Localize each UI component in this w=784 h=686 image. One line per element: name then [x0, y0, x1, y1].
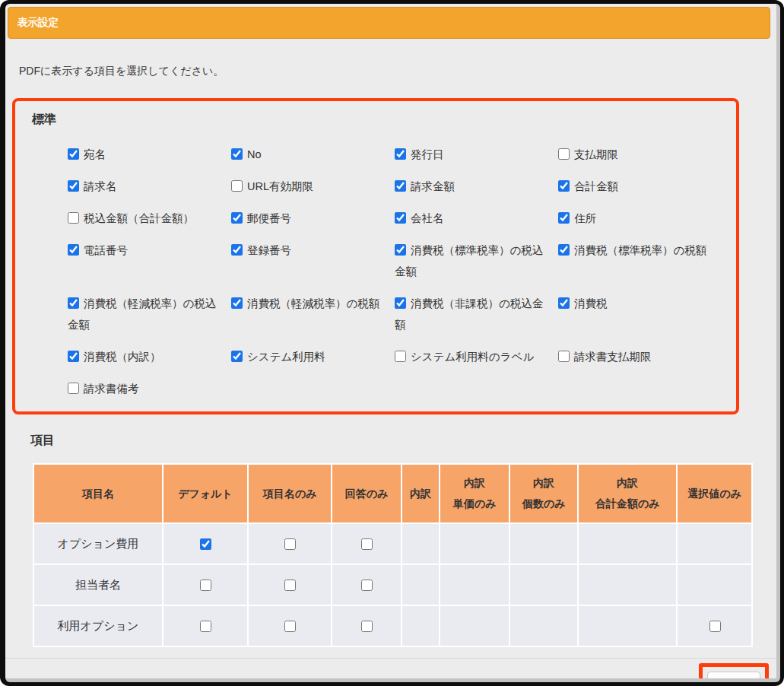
standard-option[interactable]: 請求書支払期限 — [558, 346, 722, 367]
standard-option-label: 登録番号 — [247, 244, 291, 256]
item-option-cell — [248, 564, 332, 605]
standard-option-checkbox[interactable] — [231, 148, 243, 160]
item-option-cell — [332, 564, 402, 605]
standard-option[interactable]: 宛名 — [68, 144, 231, 165]
standard-option[interactable]: 電話番号 — [68, 240, 231, 282]
standard-option[interactable]: システム利用料 — [231, 346, 395, 367]
standard-option-checkbox[interactable] — [395, 212, 406, 224]
standard-option[interactable]: 請求金額 — [395, 176, 558, 197]
standard-option-label: 宛名 — [84, 148, 106, 160]
standard-option[interactable]: 消費税（非課税）の税込金額 — [395, 293, 558, 335]
footer: 保存 — [5, 659, 776, 682]
item-option-checkbox[interactable] — [709, 621, 721, 632]
items-column-header: 項目名 — [33, 464, 163, 523]
standard-option[interactable]: 請求書備考 — [68, 378, 231, 399]
standard-option[interactable]: 消費税（標準税率）の税額 — [558, 240, 722, 282]
standard-option-label: 消費税（内訳） — [84, 351, 161, 363]
standard-option-label: 請求金額 — [411, 180, 455, 192]
standard-option[interactable]: 消費税（軽減税率）の税込金額 — [68, 293, 231, 335]
item-option-checkbox[interactable] — [284, 580, 296, 591]
standard-option-label: 請求書備考 — [84, 383, 139, 395]
standard-option[interactable]: 登録番号 — [231, 240, 395, 282]
standard-option-label: 消費税（標準税率）の税額 — [574, 244, 706, 256]
item-option-cell — [248, 605, 332, 646]
item-option-cell — [163, 605, 248, 646]
standard-option[interactable]: 消費税（軽減税率）の税額 — [231, 293, 395, 335]
standard-option-checkbox[interactable] — [231, 351, 243, 362]
standard-option-checkbox[interactable] — [68, 383, 79, 394]
item-option-checkbox[interactable] — [361, 621, 373, 632]
item-option-checkbox[interactable] — [284, 621, 296, 632]
item-option-checkbox[interactable] — [361, 580, 373, 591]
standard-option-checkbox[interactable] — [68, 351, 79, 362]
standard-option[interactable]: 消費税 — [558, 293, 722, 335]
item-option-checkbox[interactable] — [200, 580, 211, 591]
standard-option[interactable]: 郵便番号 — [231, 208, 395, 229]
standard-option-label: 会社名 — [411, 212, 444, 224]
standard-option-checkbox[interactable] — [68, 244, 79, 256]
empty-cell — [578, 564, 677, 605]
standard-option-label: 電話番号 — [84, 244, 128, 256]
standard-option-checkbox[interactable] — [395, 351, 406, 362]
standard-option[interactable]: システム利用料のラベル — [395, 346, 558, 367]
standard-option[interactable]: 支払期限 — [558, 144, 722, 165]
standard-option-checkbox[interactable] — [558, 148, 570, 160]
empty-cell — [402, 605, 440, 646]
standard-option-checkbox[interactable] — [558, 297, 570, 309]
save-button-highlight: 保存 — [699, 663, 769, 682]
standard-option-checkbox[interactable] — [68, 212, 79, 224]
item-name-cell: オプション費用 — [33, 523, 163, 564]
standard-option[interactable]: 住所 — [558, 208, 722, 229]
item-option-cell — [163, 564, 248, 605]
standard-option-checkbox[interactable] — [558, 351, 570, 362]
standard-option-checkbox[interactable] — [395, 180, 406, 192]
standard-option-checkbox[interactable] — [395, 244, 406, 256]
standard-option-label: 支払期限 — [574, 148, 618, 160]
standard-option-label: 合計金額 — [574, 180, 618, 192]
items-section-title: 項目 — [30, 431, 776, 449]
standard-option-checkbox[interactable] — [231, 297, 243, 309]
empty-cell — [578, 523, 677, 564]
standard-option-label: 消費税（非課税）の税込金額 — [395, 297, 543, 331]
standard-option-checkbox[interactable] — [558, 244, 570, 256]
standard-option[interactable]: 発行日 — [395, 144, 558, 165]
standard-option-checkbox[interactable] — [395, 297, 406, 309]
items-column-header: 内訳 合計金額のみ — [578, 464, 677, 523]
items-column-header: 項目名のみ — [248, 464, 332, 523]
standard-section-highlight: 標準 宛名No発行日支払期限請求名URL有効期限請求金額合計金額税込金額（合計金… — [12, 98, 739, 414]
standard-option-checkbox[interactable] — [231, 244, 243, 256]
standard-option-checkbox[interactable] — [231, 180, 243, 192]
item-option-checkbox[interactable] — [200, 538, 211, 550]
item-option-cell — [332, 523, 402, 564]
standard-option-label: システム利用料のラベル — [411, 351, 534, 363]
standard-section-title: 標準 — [32, 110, 736, 129]
standard-option-checkbox[interactable] — [395, 148, 406, 160]
empty-cell — [440, 605, 509, 646]
standard-option-checkbox[interactable] — [68, 148, 79, 160]
standard-option-label: 消費税（標準税率）の税込金額 — [395, 244, 543, 278]
standard-option[interactable]: URL有効期限 — [231, 176, 395, 197]
standard-option-label: システム利用料 — [247, 351, 325, 363]
standard-option[interactable]: 消費税（内訳） — [68, 346, 231, 367]
standard-option-checkbox[interactable] — [231, 212, 243, 224]
standard-option[interactable]: 合計金額 — [558, 176, 722, 197]
standard-option[interactable]: No — [231, 144, 395, 165]
standard-option-checkbox[interactable] — [68, 180, 79, 192]
standard-option-checkbox[interactable] — [68, 297, 79, 309]
empty-cell — [440, 564, 509, 605]
items-column-header: 内訳 単価のみ — [440, 464, 509, 523]
standard-option[interactable]: 請求名 — [68, 176, 231, 197]
standard-option[interactable]: 税込金額（合計金額） — [68, 208, 231, 229]
item-option-checkbox[interactable] — [361, 538, 373, 550]
dialog-titlebar: 表示設定 — [8, 7, 770, 39]
standard-option-label: URL有効期限 — [247, 180, 313, 192]
standard-option-checkbox[interactable] — [558, 212, 570, 224]
item-option-checkbox[interactable] — [284, 538, 296, 550]
save-button[interactable]: 保存 — [707, 672, 760, 682]
item-option-checkbox[interactable] — [200, 621, 211, 632]
standard-option-checkbox[interactable] — [558, 180, 570, 192]
instruction-text: PDFに表示する項目を選択してください。 — [19, 65, 776, 80]
standard-option[interactable]: 会社名 — [395, 208, 558, 229]
dialog-title: 表示設定 — [17, 16, 59, 30]
standard-option[interactable]: 消費税（標準税率）の税込金額 — [395, 240, 558, 282]
